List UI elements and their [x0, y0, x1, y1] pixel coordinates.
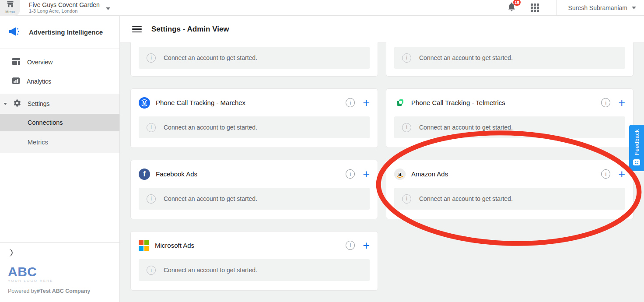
card-title: Amazon Ads	[411, 170, 448, 178]
moon-icon[interactable]	[8, 250, 14, 258]
sidebar-item-label: Overview	[27, 59, 52, 66]
info-icon[interactable]: i	[346, 98, 355, 107]
microsoft-icon	[139, 240, 149, 251]
overview-icon	[12, 58, 20, 66]
card-title: Microsoft Ads	[155, 242, 194, 249]
add-connection-button[interactable]: +	[618, 98, 625, 107]
notifications-button[interactable]: 15	[508, 2, 516, 13]
svg-text:a: a	[398, 170, 402, 177]
location-caret-icon[interactable]	[106, 7, 110, 10]
feedback-label: Feedback	[634, 129, 640, 155]
partner-logo-subtext: YOUR LOGO HERE	[8, 279, 119, 283]
apps-grid-icon[interactable]	[531, 4, 539, 12]
sidebar-item-settings[interactable]: Settings	[0, 94, 119, 114]
empty-state: i Connect an account to get started.	[139, 116, 370, 138]
page-title: Settings - Admin View	[151, 25, 229, 34]
settings-expand-caret-icon	[4, 103, 7, 105]
sidebar-footer: ABC YOUR LOGO HERE Powered by#Test ABC C…	[0, 242, 119, 302]
sidebar-subitem-label: Metrics	[28, 139, 48, 146]
empty-state: i Connect an account to get started.	[394, 116, 625, 138]
empty-state: i Connect an account to get started.	[139, 259, 370, 281]
info-icon[interactable]: i	[346, 169, 355, 179]
empty-state-text: Connect an account to get started.	[419, 195, 513, 202]
powered-by-prefix: Powered by	[8, 288, 37, 294]
info-icon: i	[147, 123, 156, 132]
app-root: Menu Five Guys Covent Garden 1-3 Long Ac…	[0, 0, 644, 302]
sidebar-subitem-label: Connections	[28, 119, 63, 126]
app-logo: Advertising Intelligence	[0, 16, 119, 49]
empty-state-text: Connect an account to get started.	[164, 54, 257, 61]
partner-logo-text: ABC	[8, 265, 119, 278]
info-icon[interactable]: i	[601, 169, 610, 179]
sidebar-item-label: Settings	[28, 100, 50, 107]
add-connection-button[interactable]: +	[363, 170, 370, 179]
add-connection-button[interactable]: +	[618, 170, 625, 179]
info-icon: i	[147, 53, 156, 63]
app-name: Advertising Intelligence	[29, 28, 103, 36]
info-icon[interactable]: i	[346, 241, 355, 250]
sidebar-item-label: Analytics	[27, 78, 51, 85]
card-title: Phone Call Tracking - Marchex	[156, 99, 245, 106]
connection-card-partial-left: i Connect an account to get started.	[130, 42, 378, 77]
connection-card-telmetrics: Phone Call Tracking - Telmetrics i + i C…	[386, 88, 634, 148]
location-address: 1-3 Long Acre, London	[29, 8, 100, 14]
marchex-icon: M	[139, 97, 150, 109]
sidebar-item-analytics[interactable]: Analytics	[0, 72, 119, 91]
sidebar-settings-group: Settings Connections Metrics	[0, 94, 119, 153]
svg-text:M: M	[142, 100, 146, 105]
user-menu[interactable]: Suresh Subramaniam	[557, 4, 644, 11]
location-name: Five Guys Covent Garden	[29, 1, 100, 8]
feedback-smiley-icon	[633, 159, 640, 168]
user-caret-icon	[632, 7, 636, 9]
notification-badge: 15	[513, 0, 521, 6]
analytics-icon	[12, 77, 20, 85]
empty-state: i Connect an account to get started.	[139, 188, 370, 210]
info-icon: i	[147, 266, 156, 275]
telmetrics-icon	[394, 99, 406, 106]
connection-card-partial-right: i Connect an account to get started.	[386, 42, 634, 77]
connection-card-amazon: a Amazon Ads i + i Connect an account to…	[386, 160, 634, 219]
grid-empty-cell	[386, 231, 634, 291]
location-info: Five Guys Covent Garden 1-3 Long Acre, L…	[29, 1, 100, 14]
amazon-icon: a	[394, 169, 406, 180]
bell-icon	[508, 5, 516, 13]
sidebar: Advertising Intelligence Overview Analyt…	[0, 16, 120, 302]
powered-by: Powered by#Test ABC Company	[8, 288, 119, 294]
menu-button[interactable]: Menu	[0, 0, 20, 16]
empty-state-text: Connect an account to get started.	[164, 195, 257, 202]
sidebar-item-overview[interactable]: Overview	[0, 53, 119, 72]
empty-state-text: Connect an account to get started.	[419, 54, 513, 61]
main-content: Settings - Admin View i Connect an accou…	[120, 16, 644, 302]
info-icon: i	[402, 194, 411, 204]
info-icon: i	[402, 53, 411, 63]
empty-state-text: Connect an account to get started.	[164, 267, 257, 274]
storefront-icon	[7, 1, 14, 9]
empty-state: i Connect an account to get started.	[394, 188, 625, 210]
add-connection-button[interactable]: +	[363, 241, 370, 250]
settings-gear-icon	[13, 99, 21, 109]
page-header: Settings - Admin View	[120, 16, 644, 42]
card-title: Facebook Ads	[156, 170, 197, 178]
sidebar-item-connections[interactable]: Connections	[0, 114, 119, 131]
connection-card-facebook: f Facebook Ads i + i Connect an account …	[130, 160, 378, 219]
empty-state: i Connect an account to get started.	[394, 47, 625, 69]
card-title: Phone Call Tracking - Telmetrics	[411, 99, 505, 106]
info-icon: i	[402, 123, 411, 132]
user-name: Suresh Subramaniam	[568, 4, 627, 11]
partner-logo: ABC YOUR LOGO HERE	[8, 265, 119, 283]
menu-button-label: Menu	[5, 10, 14, 14]
feedback-tab[interactable]: Feedback	[629, 125, 644, 171]
facebook-icon: f	[139, 169, 150, 180]
empty-state-text: Connect an account to get started.	[419, 124, 513, 131]
connection-card-marchex: M Phone Call Tracking - Marchex i + i Co…	[130, 88, 378, 148]
info-icon[interactable]: i	[601, 98, 610, 107]
megaphone-icon	[9, 27, 21, 38]
empty-state-text: Connect an account to get started.	[164, 124, 257, 131]
connections-grid: i Connect an account to get started. i C…	[130, 42, 634, 291]
info-icon: i	[147, 194, 156, 204]
top-bar: Menu Five Guys Covent Garden 1-3 Long Ac…	[0, 0, 644, 16]
add-connection-button[interactable]: +	[363, 98, 370, 107]
powered-by-company: #Test ABC Company	[37, 288, 90, 294]
sidebar-item-metrics[interactable]: Metrics	[0, 131, 119, 153]
hamburger-icon[interactable]	[132, 26, 142, 33]
